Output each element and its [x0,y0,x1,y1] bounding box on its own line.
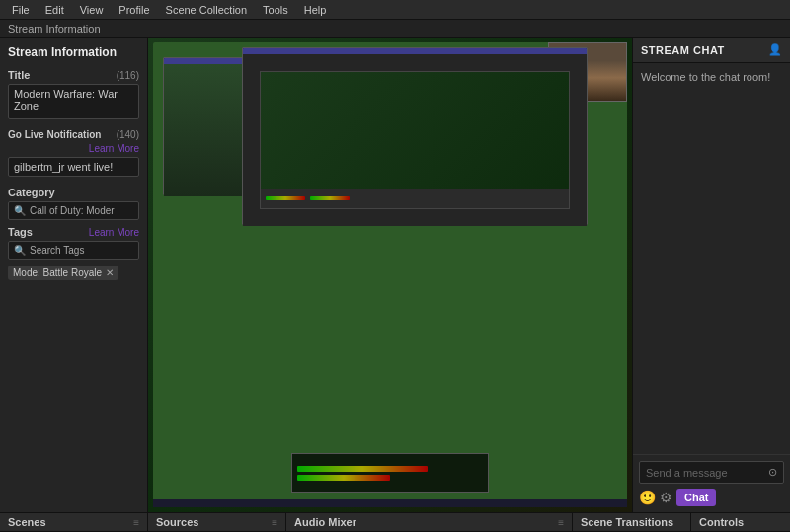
chat-panel: STREAM CHAT 👤 Welcome to the chat room! … [632,38,790,512]
scenes-collapse-btn[interactable]: ≡ [133,517,139,528]
notification-label: Go Live Notification [8,129,101,140]
tags-field-label: Tags Learn More [8,226,139,238]
category-search-box[interactable]: 🔍 Call of Duty: Moder [8,201,139,220]
scenes-title: Scenes [8,516,46,528]
tag-remove-btn[interactable]: ✕ [106,267,114,278]
mixer-bars-overlay [291,453,489,493]
preview-screen [148,38,632,512]
chat-send-button[interactable]: Chat [676,489,716,506]
mixer-bar-row-2 [297,475,483,481]
sources-panel: Sources ≡ Audio Output Capture 👁 🔒 Video… [148,513,286,532]
audio-mixer-panel: Audio Mixer ≡ Audio Output Capture 0.0 d… [286,513,573,532]
transitions-title: Scene Transitions [581,516,673,528]
tags-placeholder: Search Tags [30,245,84,256]
audio-mixer-collapse-btn[interactable]: ≡ [558,517,564,528]
mixer-bar-fill-2 [297,475,390,481]
category-field-label: Category [8,187,139,198]
tags-label: Tags [8,226,33,238]
mixer-bar-row-1 [297,466,483,472]
notification-field-label: Go Live Notification (140) [8,129,139,140]
titlebar-text: Stream Information [8,23,101,35]
category-search-icon: 🔍 [14,205,26,216]
sources-panel-header: Sources ≡ [148,513,285,532]
chat-emoji-btn[interactable]: 🙂 [639,490,656,505]
transitions-panel-header: Scene Transitions [573,513,690,532]
sources-title: Sources [156,516,198,528]
menu-edit[interactable]: Edit [38,2,72,18]
notification-char-count: (140) [117,129,139,140]
controls-panel-header: Controls [691,513,790,532]
chat-settings-btn[interactable]: ⚙ [660,490,672,505]
menu-profile[interactable]: Profile [111,2,157,18]
chat-input-area: Send a message ⊙ 🙂 ⚙ Chat [633,454,790,512]
menu-bar: File Edit View Profile Scene Collection … [0,0,790,20]
scenes-panel: Scenes ≡ Scene - ∧ ∨ [0,513,148,532]
title-char-count: (116) [117,70,139,81]
chat-actions: 🙂 ⚙ Chat [639,489,784,506]
notification-learn-more[interactable]: Learn More [89,143,139,154]
menu-help[interactable]: Help [296,2,335,18]
menu-tools[interactable]: Tools [255,2,296,18]
left-panel: Stream Information Title (116) Modern Wa… [0,38,148,512]
chat-input-box[interactable]: Send a message ⊙ [639,461,784,484]
title-label: Title [8,69,30,81]
tags-search-icon: 🔍 [14,245,26,256]
controls-panel: Controls Start Streaming Start Recording… [691,513,790,532]
menu-scene-collection[interactable]: Scene Collection [158,2,256,18]
tag-label: Mode: Battle Royale [13,267,102,278]
sources-collapse-btn[interactable]: ≡ [272,517,277,528]
main-layout: Stream Information Title (116) Modern Wa… [0,38,790,512]
stream-chat-label: STREAM CHAT [641,44,725,56]
tags-search-box[interactable]: 🔍 Search Tags [8,241,139,260]
stream-info-title: Stream Information [8,45,139,59]
chat-person-icon: 👤 [768,43,783,56]
taskbar [153,499,627,507]
audio-mixer-header: Audio Mixer ≡ [286,513,572,532]
stream-info-titlebar: Stream Information [0,20,790,38]
menu-view[interactable]: View [72,2,112,18]
chat-messages: Welcome to the chat room! [633,63,790,454]
title-field-label: Title (116) [8,69,139,81]
chat-send-icon: ⊙ [768,466,777,479]
chat-placeholder: Send a message [646,467,728,479]
category-label: Category [8,187,55,198]
tag-chip-battle-royale: Mode: Battle Royale ✕ [8,266,118,280]
title-input[interactable]: Modern Warfare: War Zone [8,84,139,119]
scenes-panel-header: Scenes ≡ [0,513,147,532]
category-value: Call of Duty: Moder [30,205,115,216]
menu-file[interactable]: File [4,2,38,18]
preview-area [148,38,632,512]
chat-header: STREAM CHAT 👤 [633,38,790,63]
center-panel [148,38,632,512]
preview-window-obs [242,47,588,225]
bottom-area: Scenes ≡ Scene - ∧ ∨ Sources ≡ Audio Out… [0,512,790,532]
welcome-message: Welcome to the chat room! [641,71,782,83]
controls-title: Controls [699,516,744,528]
audio-mixer-title: Audio Mixer [294,516,356,528]
tags-learn-more[interactable]: Learn More [89,227,139,238]
desktop-preview [153,42,627,507]
transitions-panel: Scene Transitions Fade + - Duration ▲▼ [573,513,691,532]
mixer-bar-fill-1 [297,466,428,472]
notification-input[interactable]: gilbertm_jr went live! [8,157,139,177]
